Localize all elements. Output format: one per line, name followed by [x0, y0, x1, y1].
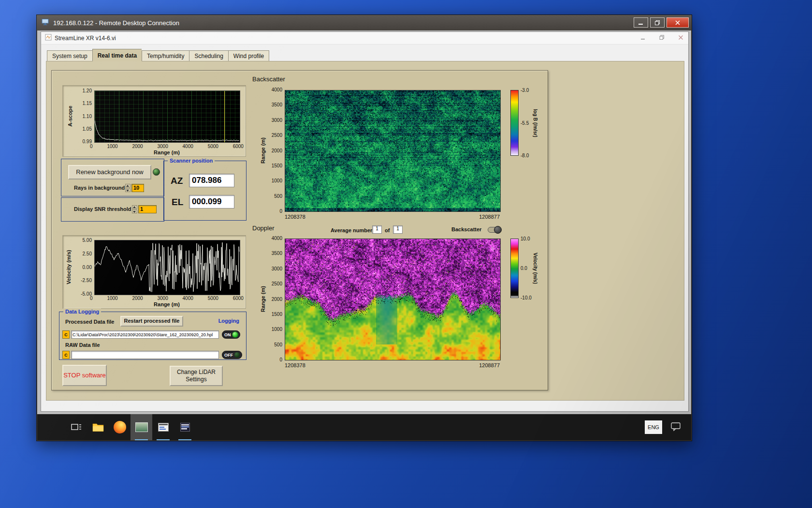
backscatter-heatmap	[285, 90, 501, 212]
doppler-colorbar	[510, 239, 519, 298]
change-lidar-settings-button[interactable]: Change LiDAR Settings	[170, 366, 223, 386]
tab-wind-profile[interactable]: Wind profile	[228, 50, 269, 61]
velocity-xtick-labels: 0100020003000400050006000	[90, 296, 244, 301]
tick-label: 0	[279, 209, 282, 214]
az-value-field[interactable]: 078.986	[189, 174, 234, 187]
tick-label: 2500	[272, 133, 282, 138]
tick-label: 5000	[208, 144, 218, 149]
app-close-button[interactable]	[678, 35, 683, 42]
tab-scheduling[interactable]: Scheduling	[189, 50, 228, 61]
rdp-icon	[42, 18, 50, 27]
tick-label: 1000	[107, 144, 117, 149]
average-count-field[interactable]: 1	[393, 225, 403, 234]
az-label: AZ	[171, 176, 183, 186]
snr-group: Display SNR threshold 1	[61, 197, 164, 222]
velocity-ylabel: Velocity (m/s)	[64, 240, 73, 294]
tick-label: 5000	[208, 296, 218, 301]
tick-label: 2500	[272, 281, 282, 286]
tick-label: 3500	[272, 251, 282, 256]
app-restore-button[interactable]	[659, 35, 665, 42]
active-app-thumbnail[interactable]	[130, 414, 152, 440]
average-number-field[interactable]: 1	[372, 225, 382, 234]
language-indicator[interactable]: ENG	[645, 420, 662, 434]
logging-label: Logging	[218, 318, 239, 324]
backscatter-doppler-toggle[interactable]	[488, 227, 501, 233]
tick-label: -2.50	[81, 278, 92, 283]
tick-label: 4000	[272, 87, 282, 92]
off-label: OFF	[224, 353, 233, 358]
stop-software-button[interactable]: STOP software	[62, 365, 107, 386]
raw-logging-toggle[interactable]: OFF	[222, 351, 242, 359]
notification-chat-icon[interactable]	[671, 422, 681, 433]
data-logging-legend: Data Logging	[63, 308, 101, 315]
tick-label: 1.10	[83, 114, 92, 119]
rays-value-field[interactable]: 10	[131, 184, 144, 192]
tick-label: 2000	[272, 297, 282, 302]
velocity-ytick-labels: 5.002.500.00-2.50-5.00	[73, 238, 92, 297]
backscatter-x-start: 1208378	[285, 214, 305, 220]
scan-scheduler-icon[interactable]	[152, 414, 174, 440]
rdp-window: 192.168.0.122 - Remote Desktop Connectio…	[36, 15, 692, 441]
tick-label: 1500	[272, 163, 282, 168]
remote-desktop: StreamLine XR v14-6.vi System setup Real…	[37, 30, 691, 440]
tick-label: 4000	[183, 144, 193, 149]
tick-label: 1.05	[83, 126, 92, 132]
off-led-icon	[234, 352, 240, 358]
raw-path-field[interactable]	[71, 351, 219, 359]
tick-label: 0	[90, 144, 93, 149]
tab-real-time-data[interactable]: Real time data	[92, 49, 142, 61]
snr-threshold-label: Display SNR threshold	[74, 206, 131, 212]
data-logging-group: Data Logging Processed Data file Restart…	[59, 312, 246, 360]
scanner-position-legend: Scanner position	[168, 157, 215, 164]
tick-label: 1000	[272, 178, 282, 183]
task-view-button[interactable]	[65, 414, 87, 440]
ascope-xlabel: Range (m)	[94, 149, 239, 155]
of-label: of	[385, 227, 390, 233]
main-panel: A-scope 1.201.151.101.050.99 01000200030…	[51, 70, 548, 390]
real-time-data-page: A-scope 1.201.151.101.050.99 01000200030…	[46, 61, 684, 401]
tick-label: 4000	[272, 236, 282, 241]
on-led-icon	[232, 332, 238, 337]
processed-path-field[interactable]: C:\Lidar\Data\Proc\2023\202309\20230920\…	[71, 330, 219, 339]
restart-processed-file-button[interactable]: Restart processed file	[120, 316, 183, 327]
ascope-xtick-labels: 0100020003000400050006000	[90, 144, 244, 149]
processed-logging-toggle[interactable]: ON	[222, 330, 240, 339]
tab-temp-humidity[interactable]: Temp/humidity	[142, 50, 189, 61]
app-titlebar[interactable]: StreamLine XR v14-6.vi	[41, 32, 688, 45]
snr-spinner[interactable]	[132, 205, 137, 213]
vi-icon	[45, 34, 52, 42]
rdp-titlebar[interactable]: 192.168.0.122 - Remote Desktop Connectio…	[37, 15, 692, 30]
backscatter-x-end: 1208877	[479, 214, 500, 220]
tick-label: 2000	[132, 296, 143, 301]
backscatter-xrange: 1208378 1208877	[285, 214, 500, 220]
rdp-restore-button[interactable]	[650, 17, 665, 28]
ascope-frame: A-scope 1.201.151.101.050.99 01000200030…	[62, 85, 246, 157]
background-group: Renew background now Rays in background …	[61, 159, 164, 196]
raw-drive-badge[interactable]: C	[62, 351, 70, 359]
el-value-field[interactable]: 000.099	[189, 195, 234, 209]
doppler-title: Doppler	[252, 224, 275, 232]
snr-value-field[interactable]: 1	[138, 205, 157, 213]
document-app-icon[interactable]	[174, 414, 196, 440]
app-minimize-button[interactable]	[640, 35, 646, 42]
backscatter-colorbar-label: log B (/m/sr)	[531, 90, 539, 156]
firefox-icon[interactable]	[109, 414, 130, 440]
rays-in-background-label: Rays in background	[74, 185, 125, 191]
rays-spinner[interactable]	[125, 184, 130, 192]
backscatter-toggle-label: Backscatter	[451, 226, 481, 232]
file-explorer-icon[interactable]	[87, 414, 109, 440]
rdp-title: 192.168.0.122 - Remote Desktop Connectio…	[53, 19, 179, 27]
velocity-xlabel: Range (m)	[94, 301, 239, 307]
app-title: StreamLine XR v14-6.vi	[55, 35, 116, 42]
rdp-minimize-button[interactable]	[634, 17, 648, 28]
velocity-frame: Velocity (m/s) 5.002.500.00-2.50-5.00 01…	[62, 235, 246, 309]
tick-label: 3000	[272, 118, 282, 123]
doppler-colorbar-label: Velocity (m/s)	[531, 239, 539, 298]
tick-label: 500	[274, 194, 282, 199]
backscatter-title: Backscatter	[252, 75, 285, 83]
raw-data-file-label: RAW Data file	[65, 342, 100, 348]
processed-drive-badge[interactable]: C	[62, 330, 70, 339]
renew-background-button[interactable]: Renew background now	[68, 165, 151, 179]
tab-system-setup[interactable]: System setup	[47, 50, 92, 61]
rdp-close-button[interactable]	[667, 17, 689, 28]
